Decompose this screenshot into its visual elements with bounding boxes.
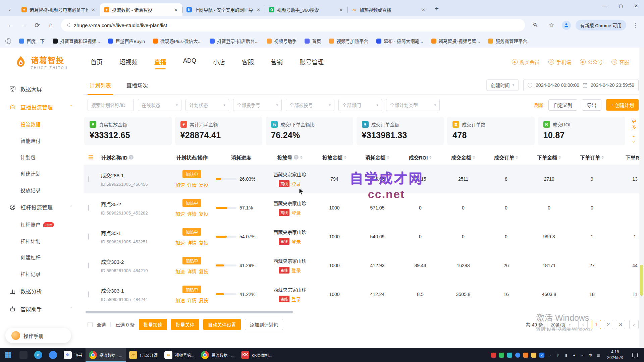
action-link-详情[interactable]: 详情 [187,239,197,246]
more-stats-button[interactable]: 更多 ⌄⌄ [629,117,639,145]
action-link-复投[interactable]: 复投 [199,268,208,275]
action-link-复投[interactable]: 复投 [199,297,208,303]
taskbar-clock[interactable]: 4:18 2024/5/3 [604,349,626,361]
info-icon[interactable]: ? [129,155,133,160]
row-checkbox[interactable] [88,262,89,268]
reload-button[interactable]: ⟳ [32,19,43,31]
login-link[interactable]: 登录 [291,296,301,302]
action-link-详情[interactable]: 详情 [187,297,197,303]
login-link[interactable]: 登录 [291,209,301,216]
sidebar-item-直播投流管理[interactable]: 直播投流管理⌃ [0,98,79,116]
bookmark-item-10[interactable]: 服务商管理平台 [488,38,527,44]
page-button-3[interactable]: 3 [616,320,625,329]
row-checkbox[interactable] [88,234,89,240]
taskbar-app-blue-2[interactable] [46,348,60,362]
sidebar-subitem-杠杆账户[interactable]: 杠杆账户new [0,216,79,233]
plan-name[interactable]: 商点35-2 [101,200,168,207]
info-icon[interactable]: ? [294,155,299,160]
sidebar-subitem-计划包[interactable]: 计划包 [0,149,79,165]
nav-item-账号管理[interactable]: 账号管理 [299,49,324,75]
quick-link-购买会员[interactable]: ◆购买会员 [512,58,540,65]
taskbar-app-dark-0[interactable] [16,348,31,362]
next-page-button[interactable]: › [629,320,639,329]
filter-select-全部投手号[interactable]: 全部投手号▾ [233,99,282,111]
start-button[interactable] [0,348,16,362]
filter-select-计划状态[interactable]: 计划状态▾ [185,99,229,111]
browser-menu-icon[interactable]: ⋮ [631,22,639,29]
bookmark-item-3[interactable]: 微现场Plus-微信大... [153,38,202,44]
folder-icon[interactable] [531,353,536,358]
horizontal-scrollbar[interactable] [86,311,293,313]
notification-center-button[interactable] [629,348,641,362]
taskbar-app-edge-1[interactable]: e [31,348,46,362]
bookmark-item-0[interactable]: 百度一下 [19,38,45,44]
column-header-成交ROI[interactable]: 成交ROI [399,154,442,161]
window-close-button[interactable]: ✕ [629,0,644,11]
calendar-grid-icon[interactable]: ▦ [596,353,601,358]
filter-select-全部被投号[interactable]: 全部被投号▾ [286,99,334,111]
sort-arrows-icon[interactable] [601,155,604,160]
orange-app-icon[interactable] [523,353,528,358]
action-link-详情[interactable]: 详情 [187,268,197,275]
prev-page-button[interactable]: ‹ [578,320,588,329]
select-all-checkbox[interactable] [88,322,93,327]
taskbar-app-视频号第...[interactable]: ∞视频号第... [161,348,198,362]
mic-icon[interactable]: ♪ [547,353,552,358]
vertical-scrollbar[interactable] [639,48,644,348]
plan-tab-直播场次[interactable]: 直播场次 [124,76,150,95]
sidebar-item-数据大屏[interactable]: 数据大屏 [0,80,79,98]
taskbar-app-投流数据 - ...[interactable]: 投流数据 - ... [198,348,238,362]
row-checkbox[interactable] [88,205,89,211]
tab-close-icon[interactable]: ✕ [255,7,262,13]
action-link-详情[interactable]: 详情 [187,210,197,217]
column-header-投放金额[interactable]: 投放金额 [313,154,356,161]
network-icon[interactable]: ⌁ [580,353,585,358]
bookmark-item-5[interactable]: 视频号助手 [267,38,297,44]
plan-tab-计划列表[interactable]: 计划列表 [88,76,113,95]
column-settings-icon[interactable]: ☰ [88,154,93,161]
quick-link-客服[interactable]: ☏客服 [611,58,629,65]
column-header-下单金额[interactable]: 下单金额 [528,154,571,161]
nav-item-短视频[interactable]: 短视频 [119,49,138,75]
chrome-update-button[interactable]: 有新版 Chrome 可用 [576,20,626,31]
plan-name[interactable]: 成交303-1 [101,287,168,294]
auto-stop-settings-button[interactable]: 自动关停设置 [203,319,241,330]
bookmark-item-6[interactable]: 首页 [305,38,321,44]
quick-link-手机端[interactable]: ✆手机端 [548,58,571,65]
add-to-package-button[interactable]: 添加到计划包 [245,319,283,330]
export-button[interactable]: 导出 [582,99,601,111]
page-button-1[interactable]: 1 [592,320,601,329]
batch-accelerate-button[interactable]: 批量加速 [139,319,167,330]
create-plan-button[interactable]: + 创建计划 [606,99,639,111]
taskbar-app-KK录像机...[interactable]: KKKK录像机... [238,348,276,362]
action-link-详情[interactable]: 详情 [187,181,197,188]
browser-tab-2[interactable]: K上网导航 - 安全实用的网址导航✕ [182,3,265,16]
sidebar-subitem-杠杆计划[interactable]: 杠杆计划 [0,233,79,249]
date-range-picker[interactable]: 2024-04-20 00:00:00 至 2024-04-20 23:59:5… [523,79,639,91]
bookmark-item-9[interactable]: 诸葛智投-视频号智... [431,38,480,44]
customize-columns-button[interactable]: 自定义列 [548,99,577,111]
sidebar-subitem-投流数据[interactable]: 投流数据 [0,116,79,132]
scrollbar-thumb[interactable] [640,265,643,296]
back-button[interactable]: ← [5,19,16,31]
login-link[interactable]: 登录 [291,267,301,274]
action-link-复投[interactable]: 复投 [199,239,208,246]
blue-app-icon[interactable] [515,353,520,358]
bookmark-item-8[interactable]: 幕布 - 极简大纲笔... [376,38,423,44]
column-header-投放号[interactable]: 投放号? [267,154,313,161]
sidebar-subitem-创建杠杆[interactable]: 创建杠杆 [0,249,79,265]
tab-close-icon[interactable]: ✕ [338,7,344,13]
sort-arrows-icon[interactable] [300,155,303,160]
filter-select-全部部门[interactable]: 全部部门▾ [338,99,382,111]
action-link-加速[interactable]: 加速 [175,239,185,246]
browser-tab-3[interactable]: O视频号助手_360搜索✕ [265,3,347,16]
column-header-消耗金额[interactable]: 消耗金额 [356,154,399,161]
nav-item-ADQ[interactable]: ADQ [182,49,197,75]
sidebar-item-智能助手[interactable]: 智能助手⌃ [0,300,79,318]
row-checkbox[interactable] [88,176,89,182]
bluetooth-icon[interactable]: ᛒ [555,353,560,358]
refresh-button[interactable]: 刷新 [534,102,544,108]
bookmark-item-2[interactable]: 巨量百应Buyin [108,38,145,44]
column-header-成交金额[interactable]: 成交金额 [442,154,485,161]
sort-arrows-icon[interactable] [344,155,346,160]
